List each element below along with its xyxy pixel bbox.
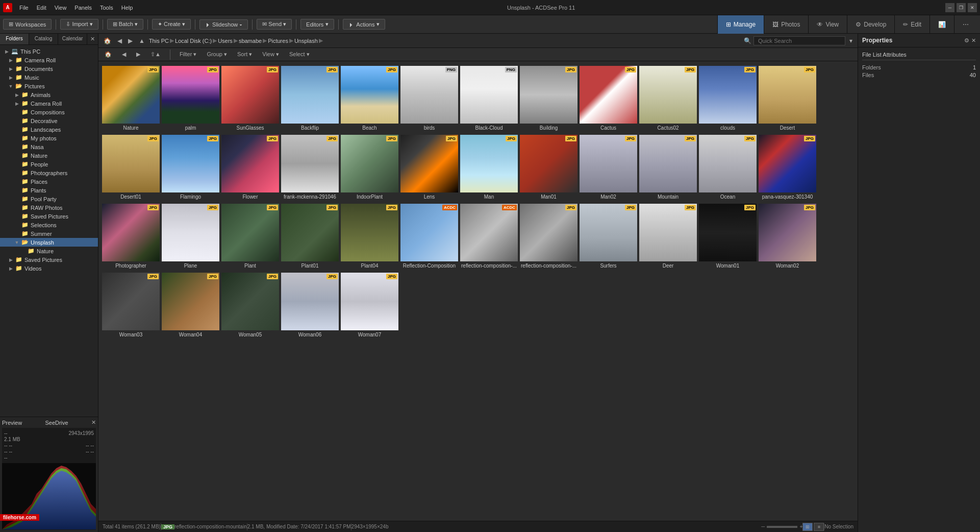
thumb-item-30[interactable]: ACDC reflection-composition-... [460, 202, 518, 270]
thumb-item-37[interactable]: JPG Woman04 [161, 271, 220, 339]
tree-item-compositions[interactable]: 📁 Compositions [0, 108, 98, 116]
thumb-item-12[interactable]: JPG Desert01 [102, 133, 160, 201]
thumb-item-40[interactable]: JPG Woman07 [340, 271, 399, 339]
nav-up-btn[interactable]: ▲ [137, 36, 147, 45]
thumb-item-3[interactable]: JPG Backflip [281, 64, 339, 132]
thumb-item-32[interactable]: JPG Surfers [579, 202, 638, 270]
tab-photos[interactable]: 🖼 Photos [764, 15, 808, 34]
tree-item-decorative[interactable]: 📁 Decorative [0, 116, 98, 125]
menu-panels[interactable]: Panels [70, 4, 96, 12]
tree-item-people[interactable]: 📁 People [0, 160, 98, 168]
thumb-item-34[interactable]: JPG Woman01 [698, 202, 757, 270]
tree-item-summer[interactable]: 📁 Summer [0, 229, 98, 238]
group-btn[interactable]: Group ▾ [204, 50, 230, 59]
tree-item-myphotos[interactable]: 📁 My photos [0, 134, 98, 142]
tree-item-landscapes[interactable]: 📁 Landscapes [0, 125, 98, 134]
nav-action-1[interactable]: 🏠 [102, 50, 115, 59]
select-btn[interactable]: Select ▾ [286, 50, 313, 59]
thumb-item-10[interactable]: JPG clouds [698, 64, 757, 132]
thumb-item-24[interactable]: JPG Photographer [102, 202, 160, 270]
preview-tab-label[interactable]: Preview [2, 420, 22, 426]
thumb-item-1[interactable]: JPG palm [161, 64, 220, 132]
filter-btn[interactable]: Filter ▾ [177, 50, 200, 59]
thumb-item-17[interactable]: JPG Lens [400, 133, 459, 201]
crumb-localdisk[interactable]: Local Disk (C:) [175, 38, 212, 44]
thumb-item-6[interactable]: PNG Black-Cloud [460, 64, 518, 132]
search-dropdown-btn[interactable]: ▾ [847, 36, 855, 45]
tab-develop[interactable]: ⚙ Develop [847, 15, 894, 34]
nav-back-btn[interactable]: ◀ [115, 36, 124, 45]
thumb-item-11[interactable]: JPG Desert [758, 64, 817, 132]
tree-item-nature-sub[interactable]: 📁 Nature [0, 247, 98, 255]
crumb-unsplash[interactable]: Unsplash [294, 38, 318, 44]
tab-extra[interactable]: ⋯ [954, 15, 977, 34]
menu-view[interactable]: View [51, 4, 71, 12]
import-btn[interactable]: ⇩ Import ▾ [60, 19, 98, 30]
tree-item-unsplash[interactable]: ▼ 📂 Unsplash [0, 238, 98, 247]
thumb-item-27[interactable]: JPG Plant01 [281, 202, 339, 270]
minimize-btn[interactable]: ─ [945, 3, 954, 12]
thumb-item-15[interactable]: JPG frank-mckenna-291046 [281, 133, 339, 201]
tree-item-camera-roll2[interactable]: ▶ 📁 Camera Roll [0, 99, 98, 108]
properties-settings-btn[interactable]: ⚙ [964, 37, 969, 44]
menu-edit[interactable]: Edit [33, 4, 51, 12]
actions-btn[interactable]: ⏵ Actions ▾ [343, 19, 385, 30]
thumb-item-33[interactable]: JPG Deer [639, 202, 697, 270]
menu-help[interactable]: Help [117, 4, 137, 12]
thumb-item-26[interactable]: JPG Plant [221, 202, 280, 270]
nav-action-2[interactable]: ◀ [119, 50, 129, 59]
thumb-item-18[interactable]: JPG Man [460, 133, 518, 201]
crumb-thispc[interactable]: This PC [149, 38, 169, 44]
thumb-item-25[interactable]: JPG Plane [161, 202, 220, 270]
send-btn[interactable]: ✉ Send ▾ [257, 19, 292, 30]
thumb-item-8[interactable]: JPG Cactus [579, 64, 638, 132]
thumb-item-38[interactable]: JPG Woman05 [221, 271, 280, 339]
tree-item-pictures[interactable]: ▼ 📂 Pictures [0, 82, 98, 90]
thumb-item-7[interactable]: JPG Building [519, 64, 578, 132]
slideshow-btn[interactable]: ⏵ Slideshow ▾ [199, 19, 248, 30]
preview-close-btn[interactable]: ✕ [91, 419, 96, 426]
menu-tools[interactable]: Tools [96, 4, 117, 12]
crumb-users[interactable]: Users [218, 38, 233, 44]
tree-item-saved-pictures-2[interactable]: ▶ 📁 Saved Pictures [0, 255, 98, 264]
thumb-item-20[interactable]: JPG Man02 [579, 133, 638, 201]
thumb-item-22[interactable]: JPG Ocean [698, 133, 757, 201]
tree-item-pool-party[interactable]: 📁 Pool Party [0, 195, 98, 203]
thumb-item-29[interactable]: ACDC Reflection-Composition [400, 202, 459, 270]
nav-home-btn[interactable]: 🏠 [102, 36, 113, 45]
seedrive-tab-label[interactable]: SeeDrive [45, 420, 68, 426]
tree-item-music[interactable]: ▶ 📁 Music [0, 73, 98, 82]
tab-calendar[interactable]: Calendar [58, 34, 87, 44]
properties-close-btn[interactable]: ✕ [971, 37, 976, 44]
menu-file[interactable]: File [15, 4, 33, 12]
editors-btn[interactable]: Editors ▾ [300, 19, 334, 30]
tree-item-animals[interactable]: ▶ 📁 Animals [0, 90, 98, 99]
thumb-item-19[interactable]: JPG Man01 [519, 133, 578, 201]
thumb-item-35[interactable]: JPG Woman02 [758, 202, 817, 270]
tree-item-nasa[interactable]: 📁 Nasa [0, 142, 98, 151]
thumb-item-16[interactable]: JPG IndoorPlant [340, 133, 399, 201]
thumb-item-31[interactable]: JPG reflection-composition-... [519, 202, 578, 270]
tab-manage[interactable]: ⊞ Manage [717, 15, 764, 34]
sidebar-close-btn[interactable]: ✕ [87, 34, 98, 44]
tree-item-camera-roll[interactable]: ▶ 📁 Camera Roll [0, 56, 98, 64]
tree-item-raw-photos[interactable]: 📁 RAW Photos [0, 203, 98, 212]
thumb-item-5[interactable]: PNG birds [400, 64, 459, 132]
workspaces-btn[interactable]: ⊞ Workspaces [3, 19, 52, 30]
tree-item-photographers[interactable]: 📁 Photographers [0, 168, 98, 177]
thumb-item-14[interactable]: JPG Flower [221, 133, 280, 201]
nav-action-3[interactable]: ▶ [133, 50, 143, 59]
thumb-item-36[interactable]: JPG Woman03 [102, 271, 160, 339]
thumb-item-21[interactable]: JPG Mountain [639, 133, 697, 201]
nav-action-4[interactable]: ⇧▲ [147, 50, 164, 59]
tab-catalog[interactable]: Catalog [29, 34, 58, 44]
search-input[interactable] [753, 36, 845, 45]
view-grid-btn[interactable]: ⊞ [802, 523, 813, 531]
tree-item-this-pc[interactable]: ▶ 💻 This PC [0, 47, 98, 56]
create-btn[interactable]: ✦ Create ▾ [152, 19, 191, 30]
tab-folders[interactable]: Folders [0, 34, 29, 44]
restore-btn[interactable]: ❐ [957, 3, 966, 12]
close-btn[interactable]: ✕ [968, 3, 977, 12]
tree-item-documents[interactable]: ▶ 📁 Documents [0, 64, 98, 73]
nav-forward-btn[interactable]: ▶ [126, 36, 135, 45]
